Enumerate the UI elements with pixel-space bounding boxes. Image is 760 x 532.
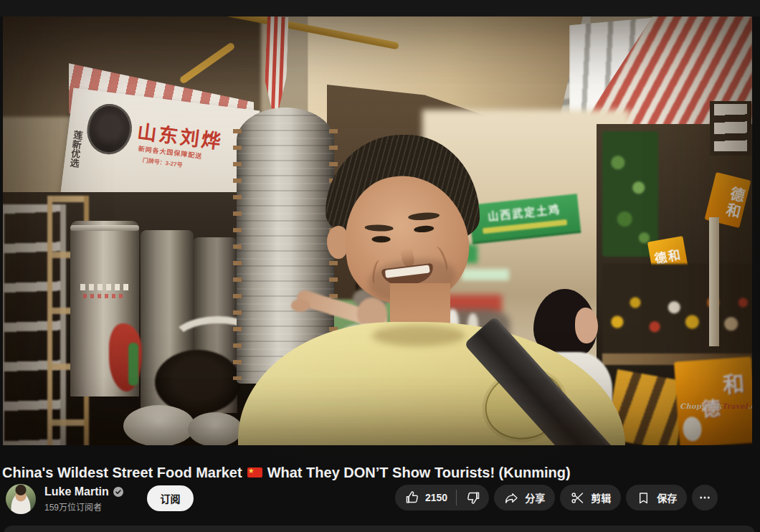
market-roof-beams	[404, 16, 591, 214]
bystander-torso	[327, 325, 399, 414]
white-bowl-2	[188, 412, 242, 445]
collar-shadow	[372, 325, 465, 346]
video-player[interactable]: 莲新优选 山东刘烨 新网各大园保障配送 门牌号：3-27号 山西武定土鸡 德和	[3, 16, 752, 445]
striped-flag	[263, 16, 288, 124]
man-smile	[381, 263, 435, 288]
flag-star: ★	[248, 466, 255, 476]
alley-crowd	[427, 309, 510, 353]
thumbs-down-icon	[465, 490, 481, 505]
left-eave-shadow	[3, 16, 261, 117]
stall-vertical-label: 莲新优选	[67, 130, 85, 168]
bystander-head	[357, 298, 387, 331]
bystander-arm	[295, 288, 389, 331]
man-stubble	[366, 255, 458, 306]
dark-wok	[155, 350, 241, 414]
gas-pipe-elbow	[179, 42, 235, 85]
save-label: 保存	[657, 490, 677, 505]
shop-sign-upper: 德和	[705, 172, 751, 228]
price-tags	[714, 104, 747, 151]
shop-front-char2: 和	[722, 366, 746, 399]
counter-edge	[602, 353, 752, 365]
camera-strap	[464, 316, 622, 445]
tower-knobs-right	[329, 129, 338, 380]
stall-sign-main-text: 山东刘烨	[136, 116, 225, 154]
green-sign-subline	[483, 219, 567, 234]
watermark-word1: Chopstick	[680, 402, 722, 410]
counter-posters	[605, 369, 688, 445]
tower-knobs-left	[233, 129, 242, 380]
subscribe-button[interactable]: 订阅	[147, 485, 194, 511]
right-stall-backdrop	[597, 124, 752, 445]
dark-wood-panel	[327, 85, 495, 429]
thumbs-up-icon	[404, 490, 420, 505]
clip-button[interactable]: 剪辑	[560, 485, 621, 510]
china-flag-icon: ★	[247, 467, 262, 478]
video-title-part1: China's Wildest Street Food Market	[2, 465, 242, 481]
alley-green-sign-far	[433, 244, 478, 263]
more-actions-button[interactable]	[692, 485, 718, 510]
corrugated-awning	[598, 189, 752, 371]
subscriber-count: 159万位订阅者	[44, 500, 102, 513]
vignette-overlay	[3, 16, 752, 445]
woman-hair	[533, 289, 597, 359]
watermark-word3: .com	[748, 402, 752, 410]
stall-emblem-icon	[85, 102, 135, 157]
skylight-windows	[569, 16, 706, 260]
shop-sign-lower: 德和	[647, 236, 689, 279]
man-face	[338, 168, 476, 312]
man-eye-left	[372, 236, 391, 242]
alley-background	[422, 110, 630, 445]
dislike-button[interactable]	[457, 485, 489, 510]
man-eyebrow-right	[408, 212, 440, 221]
man-yellow-shirt	[238, 322, 625, 445]
panel-frame	[356, 171, 447, 291]
shop-sign-front: 德 和	[674, 356, 752, 445]
stall-sign-address-text: 门牌号：3-27号	[142, 156, 183, 168]
white-hose-arc	[168, 316, 268, 374]
man-neck	[390, 283, 450, 341]
canopy-tarp	[308, 16, 584, 375]
stall-sign-sub-text: 新网各大园保障配送	[138, 143, 203, 161]
man-eyebrow-left	[365, 224, 394, 232]
striped-awning-left	[69, 47, 254, 158]
striped-awning-right	[562, 16, 752, 246]
save-button[interactable]: 保存	[626, 485, 687, 510]
man-teeth	[385, 265, 430, 277]
green-sign-text: 山西武定土鸡	[469, 199, 579, 225]
awning-dark-edge	[619, 289, 752, 353]
like-count: 2150	[425, 492, 447, 503]
bystander-hair	[353, 288, 389, 309]
description-box[interactable]	[4, 526, 755, 532]
verified-badge-icon	[113, 487, 123, 497]
like-button[interactable]: 2150	[395, 485, 456, 510]
pedestrian-3	[433, 314, 443, 336]
channel-name[interactable]: Luke Martin	[44, 484, 123, 500]
shop-logo-oval	[682, 416, 702, 442]
share-button[interactable]: 分享	[494, 485, 555, 510]
like-dislike-pill: 2150	[395, 485, 489, 510]
scissors-icon	[570, 490, 585, 505]
alley-light-sign-far	[462, 269, 509, 280]
man-eye-right	[414, 225, 434, 233]
steamer-tower	[237, 108, 334, 384]
durian-stem	[510, 366, 517, 378]
awning-wood-band	[576, 146, 752, 275]
durian-print	[477, 361, 573, 445]
gas-pipe-horizontal	[166, 16, 399, 49]
green-strap	[128, 343, 138, 386]
video-title: China's Wildest Street Food Market ★ Wha…	[2, 462, 755, 483]
channel-watermark: ChopstickTravel.com	[680, 402, 752, 410]
smile-crease-left	[371, 259, 384, 285]
woman-face	[575, 308, 598, 343]
goods-counter	[602, 264, 752, 361]
tower-seams	[237, 108, 334, 384]
light-pole	[709, 217, 719, 346]
steel-drum-large	[70, 221, 139, 396]
bookmark-icon	[636, 490, 651, 505]
man-hair	[326, 135, 480, 242]
channel-avatar[interactable]	[6, 484, 36, 514]
more-dots-icon	[698, 491, 711, 504]
man-nose-shadow	[399, 243, 415, 268]
watermark-word2: Travel	[722, 402, 748, 410]
green-stall-behind	[329, 300, 397, 389]
